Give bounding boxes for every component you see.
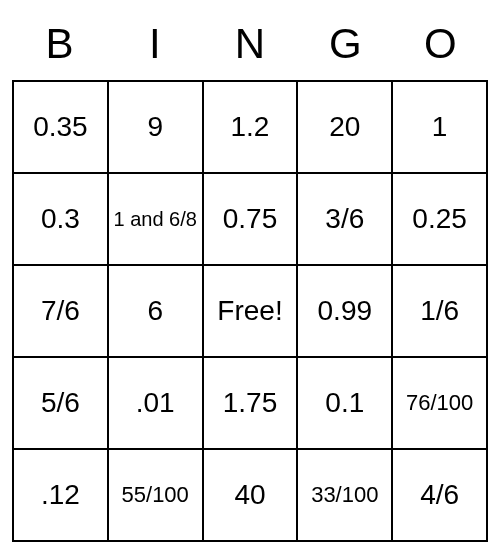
bingo-cell[interactable]: 5/6 — [13, 357, 108, 449]
bingo-cell[interactable]: 1.2 — [203, 81, 298, 173]
bingo-cell[interactable]: 0.75 — [203, 173, 298, 265]
bingo-cell[interactable]: 76/100 — [392, 357, 487, 449]
bingo-cell[interactable]: 1.75 — [203, 357, 298, 449]
bingo-cell[interactable]: 0.3 — [13, 173, 108, 265]
header-i: I — [107, 12, 202, 80]
header-n: N — [202, 12, 297, 80]
header-o: O — [393, 12, 488, 80]
bingo-cell[interactable]: 7/6 — [13, 265, 108, 357]
header-g: G — [298, 12, 393, 80]
bingo-cell[interactable]: .01 — [108, 357, 203, 449]
bingo-cell[interactable]: 0.35 — [13, 81, 108, 173]
bingo-cell[interactable]: 4/6 — [392, 449, 487, 541]
bingo-cell[interactable]: 3/6 — [297, 173, 392, 265]
bingo-cell[interactable]: 33/100 — [297, 449, 392, 541]
bingo-header-row: B I N G O — [12, 12, 488, 80]
bingo-grid: 0.3591.22010.31 and 6/80.753/60.257/66Fr… — [12, 80, 488, 542]
bingo-cell[interactable]: 1/6 — [392, 265, 487, 357]
bingo-cell[interactable]: 55/100 — [108, 449, 203, 541]
bingo-cell[interactable]: 0.1 — [297, 357, 392, 449]
bingo-cell[interactable]: 0.99 — [297, 265, 392, 357]
bingo-cell[interactable]: 0.25 — [392, 173, 487, 265]
header-b: B — [12, 12, 107, 80]
bingo-cell[interactable]: 9 — [108, 81, 203, 173]
bingo-cell[interactable]: 40 — [203, 449, 298, 541]
bingo-cell[interactable]: 20 — [297, 81, 392, 173]
bingo-cell[interactable]: 1 — [392, 81, 487, 173]
bingo-cell[interactable]: 6 — [108, 265, 203, 357]
bingo-cell[interactable]: Free! — [203, 265, 298, 357]
bingo-cell[interactable]: 1 and 6/8 — [108, 173, 203, 265]
bingo-card: B I N G O 0.3591.22010.31 and 6/80.753/6… — [12, 12, 488, 542]
bingo-cell[interactable]: .12 — [13, 449, 108, 541]
